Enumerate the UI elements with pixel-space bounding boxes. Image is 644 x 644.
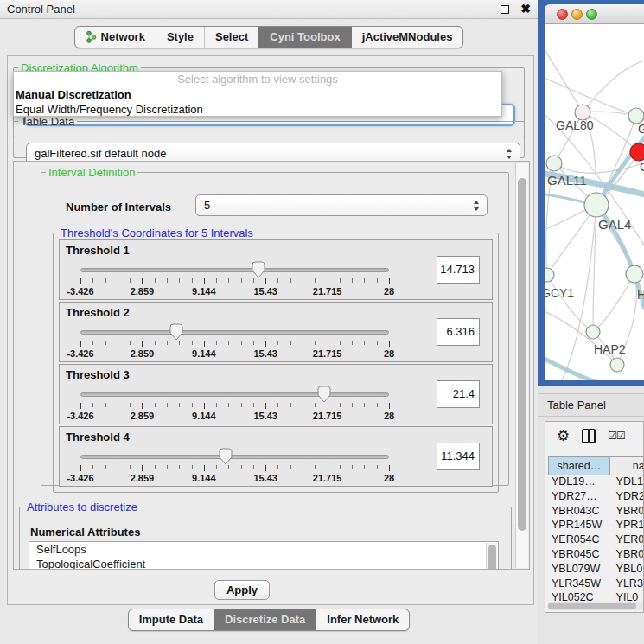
attributes-to-discretize-title: Attributes to discretize [24, 501, 140, 513]
table-horizontal-scrollbar[interactable] [547, 602, 643, 610]
tab-label: Select [215, 30, 248, 43]
cell-shared-name: YLR345W [548, 577, 611, 592]
network-node[interactable] [610, 358, 624, 372]
slider-tick-labels: -3.4262.8599.14415.4321.71528 [80, 286, 389, 296]
table-header-name[interactable]: na [610, 456, 644, 475]
table-row[interactable]: YBR045CYBR0 [548, 548, 644, 563]
tab-network[interactable]: Network [75, 27, 156, 48]
table-row[interactable]: YBR043CYBR0 [548, 505, 644, 520]
cell-shared-name: YBL079W [548, 563, 611, 577]
threshold-label: Threshold 3 [66, 368, 130, 381]
threshold-value-field[interactable]: 21.4 [437, 380, 480, 408]
cell-name: YPR1 [611, 519, 644, 533]
slider-track[interactable] [80, 330, 389, 335]
table-row[interactable]: YLR345WYLR3 [548, 577, 644, 592]
table-hscrollbar-thumb[interactable] [548, 603, 636, 609]
threshold-label: Threshold 1 [66, 244, 130, 257]
network-icon [86, 30, 97, 43]
cell-shared-name: YBR045C [548, 548, 611, 563]
slider-track[interactable] [80, 392, 389, 397]
tab-discretize-data[interactable]: Discretize Data [214, 609, 316, 630]
algorithm-option-equal-width[interactable]: Equal Width/Frequency Discretization [14, 102, 501, 117]
tab-label: Style [167, 30, 194, 43]
checkbox-pair-icon[interactable]: ☑☑ [608, 430, 625, 442]
float-window-icon[interactable] [501, 5, 509, 14]
network-node-gal11[interactable] [546, 156, 562, 171]
slider-thumb[interactable] [317, 386, 331, 406]
tab-label: Discretize Data [225, 613, 305, 626]
spinner-arrows-icon [474, 201, 480, 211]
table-data-group: Table Data galFiltered.sif default node [13, 115, 525, 158]
table-row[interactable]: YDR27…YDR2 [548, 490, 644, 505]
cell-shared-name: YBR043C [548, 505, 611, 520]
network-node-c[interactable] [630, 143, 644, 161]
table-row[interactable]: YER054CYER0 [548, 533, 644, 548]
settings-scrollbar-thumb[interactable] [518, 178, 526, 531]
cell-name: YBR0 [611, 548, 644, 563]
slider-track[interactable] [80, 455, 389, 459]
tab-impute-data[interactable]: Impute Data [129, 609, 214, 630]
cell-shared-name: YPR145W [548, 519, 611, 533]
threshold-value-field[interactable]: 11.344 [437, 443, 480, 470]
threshold-value-field[interactable]: 14.713 [437, 256, 480, 284]
attributes-scrollbar[interactable] [486, 543, 497, 570]
control-panel-titlebar: Control Panel ✖ [0, 0, 538, 19]
network-canvas[interactable]: GAL80GCGAL11GAL4GCY1HHAP2 [545, 24, 644, 380]
number-of-intervals-value: 5 [204, 199, 210, 212]
threshold-value-field[interactable]: 6.316 [437, 318, 480, 346]
slider-thumb[interactable] [219, 448, 233, 469]
table-row[interactable]: YPR145WYPR1 [548, 519, 644, 533]
slider-thumb[interactable] [169, 323, 183, 344]
table-row[interactable]: YDL19…YDL1 [548, 475, 644, 490]
close-icon[interactable]: ✖ [520, 2, 531, 16]
tab-jactivemnodules[interactable]: jActiveMNodules [351, 27, 463, 48]
settings-vertical-scrollbar[interactable] [515, 163, 528, 568]
slider-tick-labels: -3.4262.8599.14415.4321.71528 [80, 473, 389, 483]
network-node-gcy1[interactable] [545, 268, 554, 282]
node-label: G [638, 122, 644, 136]
table-header-shared-name[interactable]: shared… [548, 456, 610, 475]
attribute-list-item[interactable]: SelfLoops [29, 542, 498, 557]
tab-infer-network[interactable]: Infer Network [316, 609, 409, 630]
number-of-intervals-combobox[interactable]: 5 [195, 194, 488, 216]
tab-label: jActiveMNodules [362, 30, 453, 43]
slider-thumb[interactable] [252, 261, 265, 282]
tab-label: Impute Data [139, 613, 203, 626]
attributes-to-discretize-group: Attributes to discretize Numerical Attri… [19, 501, 512, 570]
threshold-list: Threshold 1-3.4262.8599.14415.4321.71528… [54, 239, 498, 487]
algorithm-dropdown-hint: Select algorithm to view settings [14, 72, 501, 87]
tab-label: Cyni Toolbox [270, 30, 340, 43]
node-attribute-table[interactable]: shared… na YDL19…YDL1YDR27…YDR2YBR043CYB… [548, 456, 644, 606]
network-node-h[interactable] [626, 265, 643, 283]
attributes-scrollbar-thumb[interactable] [488, 545, 496, 570]
algorithm-dropdown-popup: Select algorithm to view settings Manual… [13, 71, 502, 117]
control-panel-tab-bar: NetworkStyleSelectCyni ToolboxjActiveMNo… [0, 26, 538, 48]
slider-tick-labels: -3.4262.8599.14415.4321.71528 [80, 411, 389, 421]
mac-close-button[interactable] [557, 9, 568, 20]
mac-zoom-button[interactable] [586, 9, 597, 20]
cell-name: YDR2 [611, 490, 644, 505]
gear-icon[interactable]: ⚙ [557, 429, 570, 443]
slider-track[interactable] [80, 268, 389, 272]
cyni-toolbox-panel: Discretization Algorithm Select algorith… [7, 55, 534, 605]
network-node-gal4[interactable] [584, 193, 609, 217]
columns-icon[interactable] [582, 429, 596, 443]
slider-ticks [80, 278, 389, 285]
algorithm-option-manual[interactable]: Manual Discretization [14, 87, 501, 102]
numerical-attributes-label: Numerical Attributes [30, 526, 140, 539]
tab-label: Infer Network [327, 613, 399, 626]
attribute-list-item[interactable]: TopologicalCoefficient [29, 557, 498, 570]
tab-cyni-toolbox[interactable]: Cyni Toolbox [258, 27, 350, 48]
threshold-panel-3: Threshold 3-3.4262.8599.14415.4321.71528… [59, 364, 493, 424]
slider-ticks [80, 341, 389, 348]
slider-ticks [80, 465, 389, 472]
table-header-row: shared… na [548, 456, 644, 475]
cell-name: YBL0 [611, 563, 644, 577]
table-row[interactable]: YBL079WYBL0 [548, 563, 644, 577]
node-label: HAP2 [594, 342, 626, 356]
tab-style[interactable]: Style [156, 27, 204, 48]
network-node-hap2[interactable] [586, 325, 600, 339]
tab-select[interactable]: Select [204, 27, 258, 48]
apply-button[interactable]: Apply [214, 580, 270, 600]
mac-minimize-button[interactable] [571, 9, 583, 20]
